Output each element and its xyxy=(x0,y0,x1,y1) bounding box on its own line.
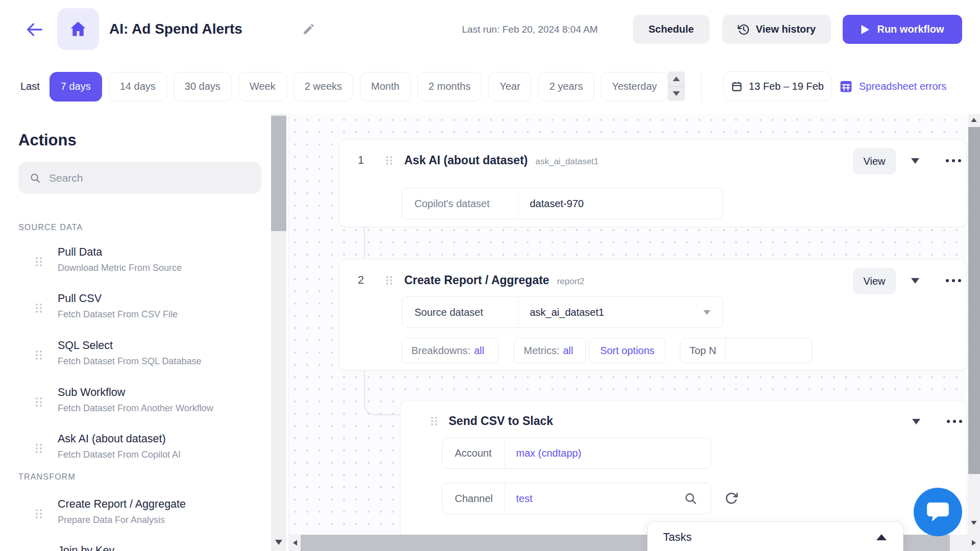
drag-handle-icon[interactable] xyxy=(35,508,43,519)
action-title: SQL Select xyxy=(58,337,113,354)
action-desc: Fetch Dataset From CSV File xyxy=(58,308,178,321)
field-source-dataset[interactable]: Source dataset ask_ai_dataset1 xyxy=(402,296,723,328)
run-workflow-label: Run workflow xyxy=(877,23,944,35)
home-button[interactable] xyxy=(57,8,99,50)
stepper-up-button[interactable] xyxy=(668,71,685,87)
channel-value-input[interactable]: test xyxy=(505,483,710,514)
range-pill-group: Last 7 days 14 days 30 days Week 2 weeks… xyxy=(20,59,668,114)
field-value-text: ask_ai_dataset1 xyxy=(530,307,604,318)
section-transform: TRANSFORM xyxy=(18,472,76,482)
view-button[interactable]: View xyxy=(853,148,896,174)
step-menu-button[interactable] xyxy=(947,420,962,423)
sidebar-item-ask-ai[interactable]: Ask AI (about dataset) Fetch Dataset Fro… xyxy=(0,431,265,472)
up-arrow-icon xyxy=(673,77,680,81)
edit-pencil-icon[interactable] xyxy=(302,22,315,36)
field-label: Source dataset xyxy=(402,297,519,328)
view-history-button[interactable]: View history xyxy=(722,15,831,44)
step-menu-button[interactable] xyxy=(946,279,961,282)
drag-handle-icon[interactable] xyxy=(385,155,393,168)
top-n-chip[interactable]: Top N xyxy=(680,338,812,363)
scrollbar-down-arrow[interactable] xyxy=(971,521,976,525)
sidebar-item-pull-csv[interactable]: Pull CSV Fetch Dataset From CSV File xyxy=(0,290,265,332)
drag-handle-icon[interactable] xyxy=(385,275,393,288)
step-number: 2 xyxy=(358,273,364,287)
step-title-text: Send CSV to Slack xyxy=(449,414,553,428)
action-title: Sub Workflow xyxy=(58,384,125,400)
step-header: 2 Create Report / Aggregatereport2 View xyxy=(339,260,966,300)
step-menu-button[interactable] xyxy=(946,159,961,162)
range-pill-month[interactable]: Month xyxy=(360,72,411,102)
scrollbar-left-arrow[interactable] xyxy=(293,540,297,545)
drag-handle-icon[interactable] xyxy=(35,303,43,314)
date-range-picker[interactable]: 13 Feb – 19 Feb xyxy=(723,71,831,101)
search-input[interactable] xyxy=(49,172,250,184)
drag-handle-icon[interactable] xyxy=(35,396,43,408)
tasks-panel[interactable]: Tasks xyxy=(647,521,903,551)
vertical-scrollbar-thumb[interactable] xyxy=(968,127,980,474)
field-value[interactable]: dataset-970 xyxy=(519,188,723,219)
schedule-label: Schedule xyxy=(649,23,694,35)
run-workflow-button[interactable]: Run workflow xyxy=(843,15,962,44)
range-pill-2-weeks[interactable]: 2 weeks xyxy=(293,72,353,102)
drag-handle-icon[interactable] xyxy=(35,349,43,361)
range-pill-yesterday[interactable]: Yesterday xyxy=(601,72,668,102)
field-account[interactable]: Account max (cndtapp) xyxy=(442,438,711,469)
spreadsheet-errors-label: Spreadsheet errors xyxy=(859,81,946,92)
view-history-label: View history xyxy=(756,23,816,35)
action-title: Pull Data xyxy=(58,244,102,260)
canvas-vertical-scrollbar[interactable] xyxy=(968,114,980,535)
search-icon[interactable] xyxy=(684,492,697,505)
sidebar-search[interactable] xyxy=(18,162,261,194)
drag-handle-icon[interactable] xyxy=(35,443,43,454)
sidebar-scrollbar-thumb[interactable] xyxy=(271,116,286,231)
step-title: Ask AI (about dataset)ask_ai_dataset1 xyxy=(404,154,599,167)
actions-sidebar: Actions SOURCE DATA Pull Data Download M… xyxy=(0,114,271,551)
range-pill-7-days[interactable]: 7 days xyxy=(50,72,102,102)
sort-options-chip[interactable]: Sort options xyxy=(589,338,666,363)
range-pill-2-months[interactable]: 2 months xyxy=(418,72,482,102)
metrics-value-link[interactable]: all xyxy=(563,345,573,357)
chevron-down-icon xyxy=(912,419,920,424)
spreadsheet-errors-link[interactable]: Spreadsheet errors xyxy=(839,71,946,101)
drag-handle-icon[interactable] xyxy=(35,256,43,267)
field-copilots-dataset[interactable]: Copilot's dataset dataset-970 xyxy=(402,188,723,219)
breakdowns-value-link[interactable]: all xyxy=(474,345,484,357)
range-stepper[interactable] xyxy=(668,71,685,101)
collapse-step-button[interactable] xyxy=(911,158,919,164)
schedule-button[interactable]: Schedule xyxy=(633,15,709,44)
action-desc: Download Metric From Source xyxy=(58,261,182,275)
search-icon xyxy=(30,172,41,184)
metrics-chip[interactable]: Metrics: all xyxy=(514,338,586,363)
breakdowns-chip[interactable]: Breakdowns: all xyxy=(402,338,499,363)
collapse-step-button[interactable] xyxy=(912,419,920,424)
step-title-text: Create Report / Aggregate xyxy=(404,273,549,287)
sidebar-item-sub-workflow[interactable]: Sub Workflow Fetch Dataset From Another … xyxy=(0,384,265,426)
sidebar-item-create-report[interactable]: Create Report / Aggregate Prepare Data F… xyxy=(0,496,265,538)
scrollbar-up-arrow[interactable] xyxy=(971,118,976,122)
field-channel[interactable]: Channel test xyxy=(442,483,711,514)
stepper-down-button[interactable] xyxy=(668,87,685,102)
range-pill-week[interactable]: Week xyxy=(238,72,287,102)
chat-launcher-button[interactable] xyxy=(913,487,963,537)
range-pill-30-days[interactable]: 30 days xyxy=(174,72,232,102)
action-desc: Prepare Data For Analysis xyxy=(58,513,165,527)
back-button[interactable] xyxy=(24,19,45,40)
dropdown-arrow-icon xyxy=(703,310,710,315)
tasks-panel-title: Tasks xyxy=(663,531,692,544)
sidebar-item-join-by-key[interactable]: Join by Key xyxy=(0,542,265,551)
drag-handle-icon[interactable] xyxy=(430,416,438,429)
collapse-step-button[interactable] xyxy=(911,278,919,284)
range-pill-14-days[interactable]: 14 days xyxy=(109,72,167,102)
range-pill-year[interactable]: Year xyxy=(488,72,531,102)
sidebar-item-sql-select[interactable]: SQL Select Fetch Dataset From SQL Databa… xyxy=(0,337,265,379)
account-value-link[interactable]: max (cndtapp) xyxy=(505,438,710,468)
scrollbar-right-arrow[interactable] xyxy=(972,540,976,545)
view-button[interactable]: View xyxy=(853,268,896,294)
sidebar-item-pull-data[interactable]: Pull Data Download Metric From Source xyxy=(0,244,265,286)
sidebar-scrollbar[interactable] xyxy=(271,114,286,551)
collapse-up-icon[interactable] xyxy=(876,534,887,540)
source-dataset-select[interactable]: ask_ai_dataset1 xyxy=(519,297,723,328)
scrollbar-down-arrow[interactable] xyxy=(275,540,282,545)
range-pill-2-years[interactable]: 2 years xyxy=(538,72,594,102)
refresh-icon[interactable] xyxy=(724,491,739,506)
